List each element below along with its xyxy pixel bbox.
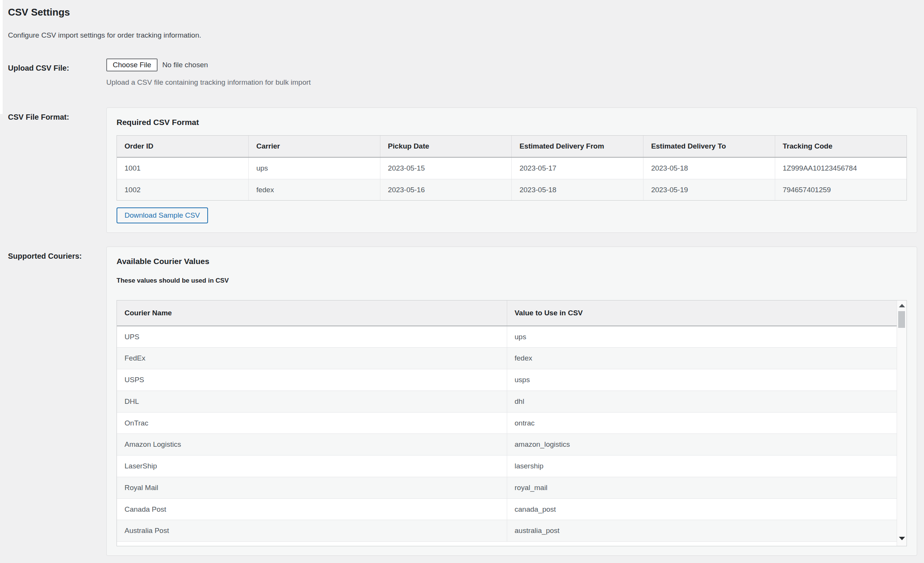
- table-cell: 2023-05-19: [643, 179, 775, 200]
- csv-format-content: Required CSV Format Order IDCarrierPicku…: [106, 108, 917, 233]
- supported-couriers-label: Supported Couriers:: [8, 247, 106, 261]
- table-cell: fedex: [249, 179, 380, 200]
- table-cell: 2023-05-15: [380, 157, 512, 179]
- table-cell: 2023-05-18: [512, 179, 643, 200]
- table-cell: amazon_logistics: [507, 434, 897, 455]
- upload-csv-content: Choose File No file chosen Upload a CSV …: [106, 59, 917, 87]
- courier-values-heading: Available Courier Values: [117, 256, 907, 266]
- table-cell: usps: [507, 369, 897, 391]
- table-cell: ups: [507, 326, 897, 348]
- table-cell: Australia Post: [117, 520, 507, 541]
- clipped-table-row: [117, 541, 897, 546]
- choose-file-button[interactable]: Choose File: [106, 59, 158, 71]
- csv-format-table-outline: Order IDCarrierPickup DateEstimated Deli…: [117, 135, 907, 201]
- table-cell: DHL: [117, 391, 507, 412]
- column-header: Courier Name: [117, 300, 507, 326]
- supported-couriers-row: Supported Couriers: Available Courier Va…: [8, 247, 917, 555]
- table-cell: 1001: [117, 157, 249, 179]
- courier-values-panel: Available Courier Values These values sh…: [106, 247, 917, 555]
- column-header: Order ID: [117, 136, 249, 157]
- table-cell: royal_mail: [507, 477, 897, 498]
- page-description: Configure CSV import settings for order …: [8, 31, 917, 40]
- upload-help-text: Upload a CSV file containing tracking in…: [106, 78, 917, 87]
- table-row: LaserShiplasership: [117, 455, 897, 477]
- table-header-row: Courier NameValue to Use in CSV: [117, 300, 897, 326]
- courier-values-scroll-area[interactable]: Courier NameValue to Use in CSVUPSupsFed…: [117, 300, 907, 546]
- csv-format-label: CSV File Format:: [8, 108, 106, 122]
- table-cell: USPS: [117, 369, 507, 391]
- column-header: Carrier: [249, 136, 380, 157]
- table-row: USPSusps: [117, 369, 897, 391]
- table-cell: OnTrac: [117, 412, 507, 434]
- table-cell: 1002: [117, 179, 249, 200]
- courier-values-note: These values should be used in CSV: [117, 277, 907, 285]
- table-cell: dhl: [507, 391, 897, 412]
- column-header: Value to Use in CSV: [507, 300, 897, 326]
- table-cell: lasership: [507, 455, 897, 477]
- csv-format-heading: Required CSV Format: [117, 117, 907, 127]
- column-header: Estimated Delivery From: [512, 136, 643, 157]
- scrollbar-thumb[interactable]: [898, 311, 905, 328]
- file-input[interactable]: Choose File No file chosen: [106, 59, 917, 71]
- table-cell: FedEx: [117, 348, 507, 369]
- table-cell: fedex: [507, 348, 897, 369]
- csv-settings-page: CSV Settings Configure CSV import settin…: [0, 0, 924, 563]
- table-cell: canada_post: [507, 498, 897, 520]
- table-cell: ups: [249, 157, 380, 179]
- supported-couriers-content: Available Courier Values These values sh…: [106, 247, 917, 555]
- table-cell: 2023-05-16: [380, 179, 512, 200]
- table-row: FedExfedex: [117, 348, 897, 369]
- vertical-scrollbar[interactable]: [897, 300, 907, 546]
- table-row: Amazon Logisticsamazon_logistics: [117, 434, 897, 455]
- csv-format-panel: Required CSV Format Order IDCarrierPicku…: [106, 108, 917, 233]
- table-row: UPSups: [117, 326, 897, 348]
- no-file-chosen-text: No file chosen: [162, 60, 208, 70]
- table-row: Canada Postcanada_post: [117, 498, 897, 520]
- page-title: CSV Settings: [8, 4, 917, 19]
- upload-csv-label: Upload CSV File:: [8, 59, 106, 73]
- table-cell: LaserShip: [117, 455, 507, 477]
- download-sample-csv-button[interactable]: Download Sample CSV: [117, 207, 208, 223]
- table-cell: ontrac: [507, 412, 897, 434]
- csv-format-row: CSV File Format: Required CSV Format Ord…: [8, 108, 917, 233]
- table-row: DHLdhl: [117, 391, 897, 412]
- table-cell: 1Z999AA10123456784: [775, 157, 907, 179]
- table-cell: Amazon Logistics: [117, 434, 507, 455]
- courier-values-table: Courier NameValue to Use in CSVUPSupsFed…: [117, 300, 897, 541]
- table-row: Royal Mailroyal_mail: [117, 477, 897, 498]
- table-row: OnTracontrac: [117, 412, 897, 434]
- column-header: Estimated Delivery To: [643, 136, 775, 157]
- csv-format-table: Order IDCarrierPickup DateEstimated Deli…: [117, 136, 907, 200]
- table-row: 1002fedex2023-05-162023-05-182023-05-197…: [117, 179, 907, 200]
- table-cell: Royal Mail: [117, 477, 507, 498]
- scroll-up-arrow-icon[interactable]: [897, 300, 907, 310]
- table-cell: 2023-05-17: [512, 157, 643, 179]
- table-cell: UPS: [117, 326, 507, 348]
- table-row: 1001ups2023-05-152023-05-172023-05-181Z9…: [117, 157, 907, 179]
- upload-csv-row: Upload CSV File: Choose File No file cho…: [8, 59, 917, 87]
- table-cell: 2023-05-18: [643, 157, 775, 179]
- column-header: Pickup Date: [380, 136, 512, 157]
- table-row: Australia Postaustralia_post: [117, 520, 897, 541]
- table-cell: australia_post: [507, 520, 897, 541]
- table-cell: Canada Post: [117, 498, 507, 520]
- table-header-row: Order IDCarrierPickup DateEstimated Deli…: [117, 136, 907, 157]
- column-header: Tracking Code: [775, 136, 907, 157]
- scroll-down-arrow-icon[interactable]: [897, 534, 907, 544]
- table-cell: 794657401259: [775, 179, 907, 200]
